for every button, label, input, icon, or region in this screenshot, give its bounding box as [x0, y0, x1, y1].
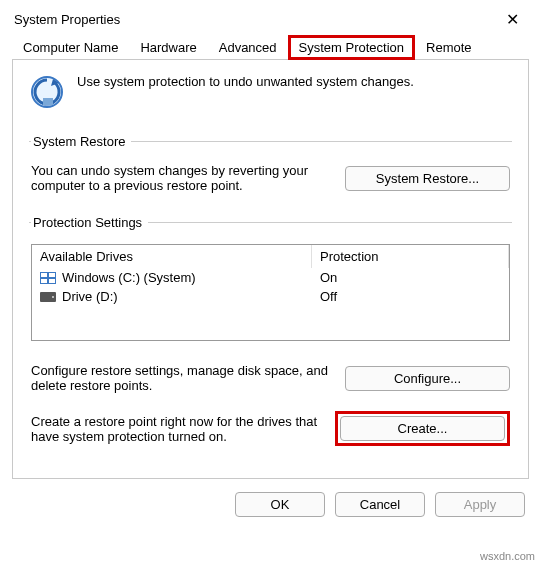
tab-strip: Computer Name Hardware Advanced System P… — [0, 35, 541, 60]
col-available-drives[interactable]: Available Drives — [32, 245, 312, 268]
system-restore-legend: System Restore — [31, 134, 131, 149]
cancel-button[interactable]: Cancel — [335, 492, 425, 517]
svg-rect-7 — [49, 279, 55, 283]
close-icon[interactable]: ✕ — [498, 10, 527, 29]
windows-drive-icon — [40, 272, 56, 284]
intro-row: Use system protection to undo unwanted s… — [29, 74, 512, 110]
table-header: Available Drives Protection — [32, 245, 509, 268]
create-desc: Create a restore point right now for the… — [31, 414, 321, 444]
tab-advanced[interactable]: Advanced — [208, 35, 288, 60]
protection-settings-legend: Protection Settings — [31, 215, 148, 230]
drive-name: Drive (D:) — [62, 289, 118, 304]
svg-rect-4 — [41, 273, 47, 277]
drives-table: Available Drives Protection Windows (C:)… — [31, 244, 510, 341]
system-properties-window: System Properties ✕ Computer Name Hardwa… — [0, 0, 541, 564]
intro-text: Use system protection to undo unwanted s… — [77, 74, 414, 89]
svg-rect-5 — [49, 273, 55, 277]
col-protection[interactable]: Protection — [312, 245, 509, 268]
dialog-buttons: OK Cancel Apply — [0, 480, 541, 529]
drive-protection: On — [320, 270, 501, 285]
svg-point-9 — [52, 296, 54, 298]
tab-system-protection[interactable]: System Protection — [288, 35, 416, 60]
drive-name: Windows (C:) (System) — [62, 270, 196, 285]
svg-rect-6 — [41, 279, 47, 283]
ok-button[interactable]: OK — [235, 492, 325, 517]
system-restore-desc: You can undo system changes by reverting… — [31, 163, 331, 193]
configure-button[interactable]: Configure... — [345, 366, 510, 391]
system-restore-group: System Restore You can undo system chang… — [29, 134, 512, 193]
system-restore-button[interactable]: System Restore... — [345, 166, 510, 191]
configure-row: Configure restore settings, manage disk … — [31, 363, 510, 393]
drive-protection: Off — [320, 289, 501, 304]
create-row: Create a restore point right now for the… — [31, 411, 510, 446]
configure-desc: Configure restore settings, manage disk … — [31, 363, 331, 393]
tab-panel: Use system protection to undo unwanted s… — [12, 59, 529, 479]
tab-remote[interactable]: Remote — [415, 35, 483, 60]
create-button-highlight: Create... — [335, 411, 510, 446]
tab-hardware[interactable]: Hardware — [129, 35, 207, 60]
table-empty-area — [32, 306, 509, 340]
svg-rect-2 — [43, 98, 53, 105]
watermark: wsxdn.com — [480, 550, 535, 562]
hard-drive-icon — [40, 291, 56, 303]
table-row[interactable]: Windows (C:) (System) On — [32, 268, 509, 287]
titlebar: System Properties ✕ — [0, 0, 541, 35]
tab-computer-name[interactable]: Computer Name — [12, 35, 129, 60]
table-row[interactable]: Drive (D:) Off — [32, 287, 509, 306]
system-protection-icon — [29, 74, 65, 110]
apply-button[interactable]: Apply — [435, 492, 525, 517]
create-button[interactable]: Create... — [340, 416, 505, 441]
protection-settings-group: Protection Settings Available Drives Pro… — [29, 215, 512, 446]
window-title: System Properties — [14, 12, 120, 27]
